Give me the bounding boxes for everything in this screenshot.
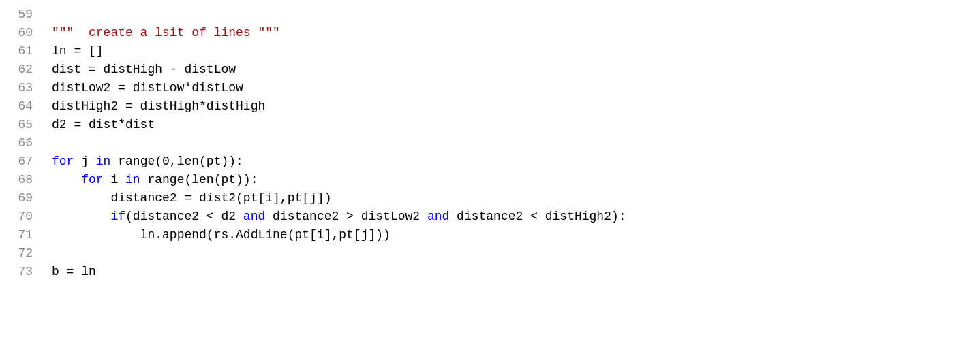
code-line [52,134,969,152]
token: and [243,210,265,223]
line-number: 59 [11,5,33,24]
token: """ [52,26,74,39]
line-number: 67 [11,152,33,171]
token: in [125,173,140,186]
token: ln = [] [52,44,104,58]
code-line: for j in range(0,len(pt)): [52,152,969,171]
token: range(0,len(pt)): [110,154,243,168]
code-line: dist = distHigh - distLow [52,61,969,79]
token: for [81,173,103,186]
code-line [52,244,969,263]
line-number: 62 [11,61,33,79]
line-number: 66 [11,134,33,152]
code-line: distance2 = dist2(pt[i],pt[j]) [52,189,969,208]
token: for [52,154,74,168]
line-number: 61 [11,42,33,61]
token: b = ln [52,265,96,278]
line-number: 72 [11,244,33,263]
line-number: 63 [11,79,33,97]
code-line: distLow2 = distLow*distLow [52,79,969,97]
code-content[interactable]: """ create a lsit of lines """ln = []dis… [41,5,980,353]
token: distHigh2 = distHigh*distHigh [52,99,265,113]
token: i [104,173,125,186]
token: """ [258,26,279,39]
code-line: distHigh2 = distHigh*distHigh [52,97,969,116]
token: j [74,154,95,168]
code-line [52,5,969,24]
line-number-gutter: 596061626364656667686970717273 [0,5,41,353]
token: in [96,154,111,168]
line-number: 73 [11,263,33,281]
token: distance2 > distLow2 [265,210,427,223]
token: ln.append(rs.AddLine(pt[i],pt[j])) [52,228,391,242]
code-line: """ create a lsit of lines """ [52,24,969,42]
token: dist = distHigh - distLow [52,63,236,76]
code-editor: 596061626364656667686970717273 """ creat… [0,0,980,358]
code-line: ln = [] [52,42,969,61]
token: d2 = dist*dist [52,118,155,131]
token: distance2 = dist2(pt[i],pt[j]) [52,191,331,205]
line-number: 65 [11,116,33,134]
token: (distance2 < d2 [125,210,243,223]
line-number: 70 [11,208,33,226]
line-number: 64 [11,97,33,116]
code-line: b = ln [52,263,969,281]
line-number: 71 [11,226,33,244]
token [52,210,110,223]
token: distLow2 = distLow*distLow [52,81,243,95]
code-line: if(distance2 < d2 and distance2 > distLo… [52,208,969,226]
token: range(len(pt)): [140,173,258,186]
token: create a lsit of lines [74,26,258,39]
code-line: for i in range(len(pt)): [52,171,969,189]
line-number: 60 [11,24,33,42]
line-number: 68 [11,171,33,189]
token: if [110,210,125,223]
token: and [427,210,449,223]
code-line: d2 = dist*dist [52,116,969,134]
token [52,173,81,186]
code-line: ln.append(rs.AddLine(pt[i],pt[j])) [52,226,969,244]
line-number: 69 [11,189,33,208]
token: distance2 < distHigh2): [449,210,626,223]
